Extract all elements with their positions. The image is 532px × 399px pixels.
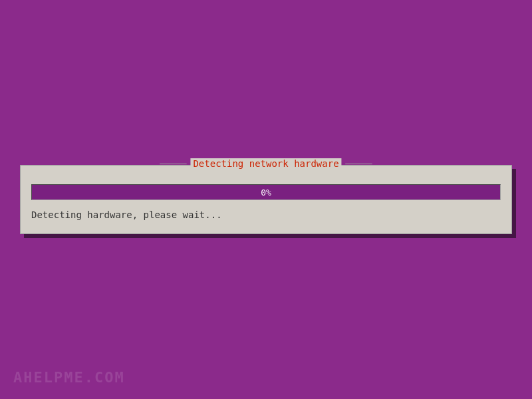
title-line-right (346, 164, 372, 164)
title-line-left (160, 164, 186, 164)
dialog-title-bar: Detecting network hardware (160, 158, 372, 169)
progress-label: 0% (261, 188, 271, 198)
dialog-title: Detecting network hardware (190, 158, 341, 169)
status-text: Detecting hardware, please wait... (31, 209, 501, 220)
dialog-content: 0% Detecting hardware, please wait... (21, 174, 511, 233)
detecting-dialog: Detecting network hardware 0% Detecting … (20, 165, 512, 234)
watermark: AHELPME.COM (13, 369, 125, 386)
progress-bar-container: 0% (31, 184, 501, 200)
